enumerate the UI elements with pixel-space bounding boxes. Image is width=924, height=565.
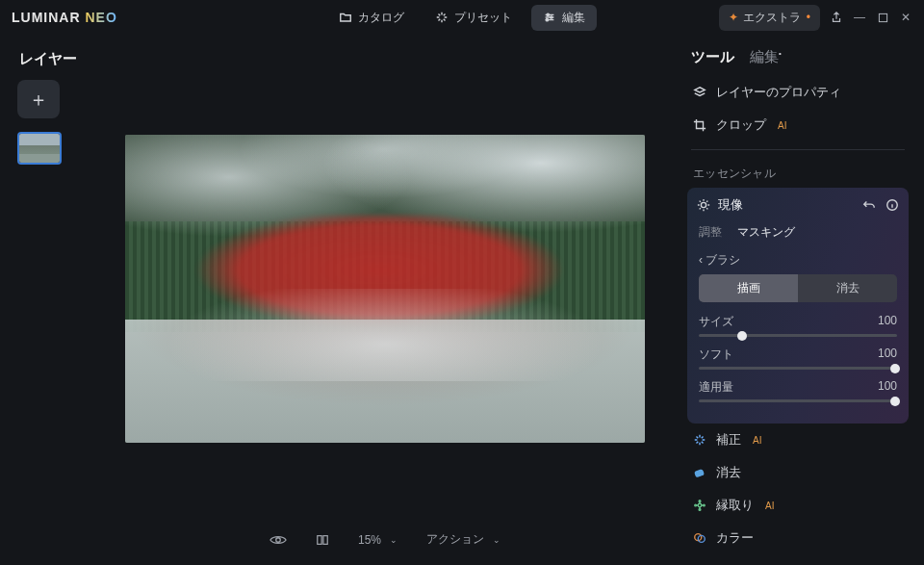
- share-icon[interactable]: [830, 11, 843, 24]
- svg-point-0: [547, 13, 549, 15]
- tool-layer-properties[interactable]: レイヤーのプロパティ: [685, 76, 911, 109]
- layers-icon: [693, 86, 706, 99]
- tools-panel: ツール 編集• レイヤーのプロパティ クロップAI エッセンシャル 現像 調整 …: [681, 35, 924, 565]
- nav-edit[interactable]: 編集: [531, 5, 597, 31]
- main-nav: カタログ プリセット 編集: [327, 5, 597, 31]
- sliders-icon: [543, 11, 556, 24]
- compare-button[interactable]: [310, 529, 335, 551]
- slider-soft-track[interactable]: [699, 367, 897, 370]
- info-icon[interactable]: [886, 198, 899, 212]
- svg-point-4: [276, 537, 281, 542]
- svg-rect-6: [323, 535, 327, 544]
- slider-amount-value: 100: [878, 379, 897, 396]
- extras-label: エクストラ: [743, 10, 801, 26]
- develop-header[interactable]: 現像: [687, 188, 909, 222]
- crop-icon: [693, 118, 706, 132]
- sun-icon: [697, 198, 710, 212]
- tool-enhance-label: 補正: [716, 431, 741, 449]
- actions-menu[interactable]: アクション⌄: [421, 527, 506, 552]
- brush-mode-segment: 描画 消去: [699, 274, 897, 302]
- slider-size-track[interactable]: [699, 334, 897, 337]
- window-maximize[interactable]: [876, 11, 889, 24]
- logo-main: LUMINAR: [12, 10, 81, 25]
- puzzle-icon: ✦: [729, 11, 738, 24]
- svg-rect-3: [879, 13, 886, 21]
- app-logo: LUMINAR NEO: [12, 10, 117, 25]
- logo-accent: NEO: [85, 10, 116, 25]
- sparkle-icon: [435, 11, 449, 24]
- slider-size-value: 100: [878, 314, 897, 330]
- tool-erase[interactable]: 消去: [685, 456, 911, 489]
- slider-soft-value: 100: [878, 347, 897, 363]
- add-layer-button[interactable]: ＋: [17, 80, 60, 118]
- essentials-section-label: エッセンシャル: [685, 158, 911, 188]
- brush-mode-draw[interactable]: 描画: [699, 274, 798, 302]
- zoom-value: 15%: [358, 533, 381, 547]
- thumbnail-image: [19, 134, 60, 163]
- titlebar: LUMINAR NEO カタログ プリセット 編集 ✦ エクストラ• — ✕: [0, 0, 924, 35]
- slider-soft: ソフト100: [699, 347, 897, 370]
- slider-size-label: サイズ: [699, 314, 733, 330]
- subtab-adjust[interactable]: 調整: [699, 224, 722, 241]
- slider-amount-track[interactable]: [699, 399, 897, 402]
- sparkle-icon: [693, 433, 706, 447]
- divider: [691, 149, 905, 150]
- window-close[interactable]: ✕: [899, 11, 912, 24]
- chevron-down-icon: ⌄: [493, 535, 500, 545]
- nav-catalog[interactable]: カタログ: [327, 5, 416, 31]
- viewer-bottom-bar: 15%⌄ アクション⌄: [125, 527, 645, 552]
- slider-amount: 適用量100: [699, 379, 897, 402]
- structure-icon: [693, 499, 706, 512]
- actions-label: アクション: [426, 531, 484, 548]
- slider-soft-thumb[interactable]: [890, 364, 900, 373]
- tool-color[interactable]: カラー: [685, 522, 911, 554]
- tool-layer-properties-label: レイヤーのプロパティ: [716, 84, 841, 101]
- extras-button[interactable]: ✦ エクストラ•: [719, 5, 820, 31]
- svg-point-14: [699, 509, 701, 511]
- tool-erase-label: 消去: [716, 464, 741, 481]
- brush-controls: ‹ ブラシ 描画 消去 サイズ100 ソフト100 適用量100: [687, 248, 909, 424]
- slider-size: サイズ100: [699, 314, 897, 337]
- image-canvas[interactable]: [125, 135, 645, 443]
- svg-point-13: [699, 501, 701, 502]
- svg-point-10: [698, 503, 702, 507]
- nav-catalog-label: カタログ: [358, 10, 404, 26]
- window-minimize[interactable]: —: [853, 11, 866, 24]
- develop-header-actions: [862, 198, 899, 212]
- svg-point-12: [704, 504, 706, 506]
- color-icon: [693, 531, 706, 545]
- svg-rect-9: [695, 470, 704, 477]
- subtab-masking[interactable]: マスキング: [737, 224, 795, 241]
- slider-soft-label: ソフト: [699, 347, 733, 363]
- svg-point-11: [695, 504, 697, 506]
- tool-develop-expanded: 現像 調整 マスキング ‹ ブラシ 描画 消去 サイズ100 ソフト100: [687, 188, 909, 424]
- slider-amount-thumb[interactable]: [890, 397, 900, 406]
- tool-enhance[interactable]: 補正AI: [685, 424, 911, 456]
- titlebar-right: ✦ エクストラ• — ✕: [719, 5, 912, 31]
- nav-presets[interactable]: プリセット: [424, 5, 524, 31]
- zoom-level[interactable]: 15%⌄: [352, 529, 403, 551]
- slider-size-thumb[interactable]: [737, 331, 747, 341]
- svg-point-2: [546, 18, 548, 20]
- svg-point-1: [551, 16, 552, 18]
- layers-title: レイヤー: [0, 35, 87, 80]
- slider-amount-label: 適用量: [699, 379, 733, 396]
- nav-edit-label: 編集: [562, 10, 585, 26]
- toggle-visibility[interactable]: [264, 530, 293, 550]
- tool-color-label: カラー: [716, 529, 754, 547]
- right-panel-tabs: ツール 編集•: [685, 35, 911, 76]
- tool-structure[interactable]: 縁取りAI: [685, 489, 911, 522]
- svg-rect-5: [318, 535, 321, 544]
- ai-badge: AI: [778, 120, 786, 131]
- tab-edit[interactable]: 編集•: [750, 48, 782, 66]
- brush-back-button[interactable]: ‹ ブラシ: [699, 252, 897, 274]
- tab-tools[interactable]: ツール: [691, 48, 734, 66]
- brush-mode-erase[interactable]: 消去: [798, 274, 897, 302]
- tool-crop[interactable]: クロップAI: [685, 109, 911, 141]
- layers-panel: レイヤー ＋: [0, 35, 87, 565]
- undo-icon[interactable]: [862, 198, 876, 212]
- layer-thumbnail[interactable]: [17, 132, 62, 165]
- tool-structure-label: 縁取り: [716, 497, 754, 514]
- develop-title: 現像: [718, 196, 743, 214]
- tool-crop-label: クロップ: [716, 116, 766, 134]
